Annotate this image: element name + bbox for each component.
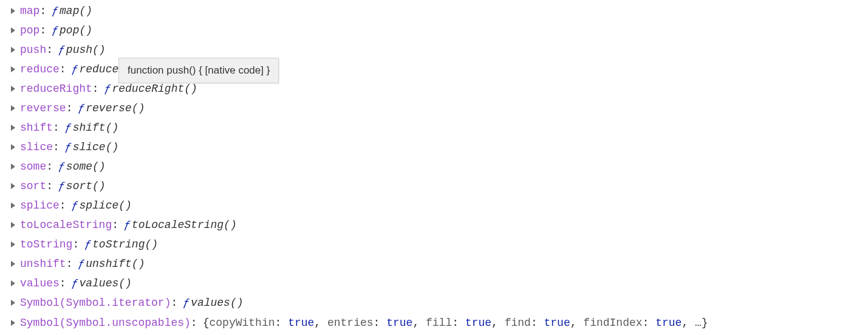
property-row[interactable]: Symbol(Symbol.iterator):ƒ values() [11,293,863,313]
function-signature: push() [66,40,106,60]
function-signature: toString() [92,235,158,254]
property-name: reduce [20,60,60,79]
function-glyph: ƒ [52,21,58,40]
function-signature: toLocaleString() [132,215,237,235]
property-name: some [20,157,46,176]
property-row[interactable]: reverse:ƒ reverse() [11,98,863,118]
colon: : [46,157,53,176]
property-name: reduceRight [20,79,92,98]
colon: : [112,215,118,235]
function-glyph: ƒ [124,215,131,235]
property-name: toString [20,235,72,254]
colon: : [60,274,66,293]
function-signature: values() [191,293,243,313]
property-name: values [20,274,60,293]
property-row[interactable]: sort:ƒ sort() [11,176,863,196]
preview-key: fill [426,317,452,329]
property-name: map [20,1,39,21]
preview-key: findIndex [583,317,642,329]
property-row[interactable]: push:ƒ push() [11,40,863,60]
expand-triangle-icon[interactable] [11,280,15,286]
property-row[interactable]: Symbol(Symbol.unscopables):{copyWithin: … [11,313,863,333]
expand-triangle-icon[interactable] [11,202,15,209]
expand-triangle-icon[interactable] [11,66,15,72]
property-row[interactable]: some:ƒ some() [11,157,863,176]
property-name: reverse [20,98,66,118]
function-glyph: ƒ [72,196,78,215]
function-glyph: ƒ [84,235,91,254]
function-glyph: ƒ [78,98,84,118]
expand-triangle-icon[interactable] [11,241,15,247]
property-name: slice [20,137,53,157]
preview-value: true [288,317,314,329]
expand-triangle-icon[interactable] [11,320,15,326]
property-row[interactable]: reduceRight:ƒ reduceRight() [11,79,863,98]
colon: : [60,196,66,215]
expand-triangle-icon[interactable] [11,125,15,131]
property-name: toLocaleString [20,215,112,235]
property-row[interactable]: shift:ƒ shift() [11,118,863,137]
property-name: Symbol(Symbol.unscopables) [20,313,191,333]
function-signature: some() [66,157,106,176]
expand-triangle-icon[interactable] [11,164,15,170]
function-signature: sort() [66,176,106,196]
colon: : [39,1,46,21]
property-row[interactable]: values:ƒ values() [11,274,863,293]
function-signature: reduce() [79,60,131,79]
colon: : [53,118,60,137]
function-signature: map() [60,1,92,21]
function-signature: reverse() [86,98,145,118]
expand-triangle-icon[interactable] [11,86,15,92]
object-preview: {copyWithin: true, entries: true, fill: … [203,313,708,333]
colon: : [46,176,53,196]
colon: : [66,98,73,118]
function-glyph: ƒ [58,176,65,196]
colon: : [53,137,60,157]
property-row[interactable]: slice:ƒ slice() [11,137,863,157]
expand-triangle-icon[interactable] [11,27,15,33]
property-row[interactable]: unshift:ƒ unshift() [11,254,863,274]
property-row[interactable]: toString:ƒ toString() [11,235,863,254]
console-object-properties: map:ƒ map()pop:ƒ pop()push:ƒ push()reduc… [0,0,868,334]
function-signature: unshift() [86,254,145,274]
function-glyph: ƒ [65,137,72,157]
preview-value: true [655,317,682,329]
function-signature: shift() [73,118,119,137]
function-glyph: ƒ [58,157,65,176]
expand-triangle-icon[interactable] [11,261,15,267]
property-name: shift [20,118,53,137]
function-glyph: ƒ [183,293,190,313]
preview-key: copyWithin [209,317,275,329]
property-name: sort [20,176,46,196]
property-name: pop [20,21,39,40]
preview-value: true [386,317,412,329]
expand-triangle-icon[interactable] [11,47,15,53]
function-glyph: ƒ [65,118,72,137]
expand-triangle-icon[interactable] [11,105,15,111]
function-signature: splice() [79,196,131,215]
property-name: unshift [20,254,66,274]
expand-triangle-icon[interactable] [11,300,15,306]
preview-value: true [465,317,491,329]
colon: : [60,60,66,79]
preview-value: true [544,317,570,329]
expand-triangle-icon[interactable] [11,8,15,14]
colon: : [66,254,73,274]
preview-key: entries [327,317,374,329]
property-row[interactable]: toLocaleString:ƒ toLocaleString() [11,215,863,235]
function-glyph: ƒ [72,274,78,293]
function-signature: values() [79,274,131,293]
function-glyph: ƒ [78,254,84,274]
expand-triangle-icon[interactable] [11,183,15,189]
colon: : [92,79,99,98]
property-row[interactable]: reduce:ƒ reduce() [11,60,863,79]
colon: : [46,40,53,60]
expand-triangle-icon[interactable] [11,144,15,150]
property-row[interactable]: pop:ƒ pop() [11,21,863,40]
property-name: push [20,40,46,60]
property-row[interactable]: splice:ƒ splice() [11,196,863,215]
property-row[interactable]: map:ƒ map() [11,1,863,21]
colon: : [72,235,79,254]
preview-key: find [505,317,531,329]
expand-triangle-icon[interactable] [11,222,15,228]
